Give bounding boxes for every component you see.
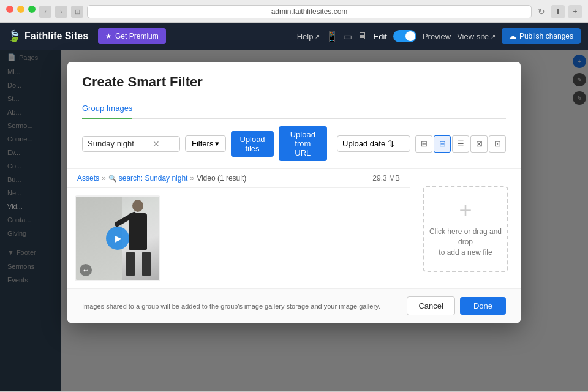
view-btn-list[interactable]: ⊞ — [415, 135, 432, 153]
file-browser: Assets » 🔍 search: Sunday night » Video … — [67, 169, 410, 288]
preview-button[interactable]: Preview — [423, 32, 451, 41]
view-site-button[interactable]: View site ↗ — [457, 32, 496, 41]
tablet-icon[interactable]: ▭ — [343, 31, 352, 42]
upload-url-button[interactable]: Upload from URL — [279, 126, 327, 161]
back-button[interactable]: ‹ — [39, 6, 51, 18]
edit-toggle[interactable] — [393, 30, 417, 42]
tab-button[interactable]: ⊡ — [71, 6, 83, 18]
upload-panel: + Click here or drag and dropto add a ne… — [410, 169, 521, 288]
external-link-icon: ↗ — [491, 33, 496, 40]
toggle-knob — [405, 31, 415, 41]
view-btn-grid[interactable]: ⊟ — [434, 135, 451, 153]
modal-title: Create Smart Filter — [82, 74, 506, 90]
traffic-light-yellow[interactable] — [17, 6, 24, 13]
edit-label: Edit — [373, 32, 386, 41]
view-btn-rows[interactable]: ☰ — [452, 135, 469, 153]
cancel-button[interactable]: Cancel — [407, 296, 454, 315]
files-grid: ▶ ↩ — [67, 188, 410, 288]
plus-icon: + — [459, 200, 472, 222]
upload-drop-text: Click here or drag and dropto add a new … — [424, 227, 507, 257]
sort-chevron-icon: ⇅ — [388, 139, 394, 148]
new-tab-button[interactable]: + — [568, 5, 582, 18]
tab-group-images[interactable]: Group Images — [82, 99, 132, 119]
reload-button[interactable]: ↻ — [535, 7, 548, 17]
modal-overlay: Create Smart Filter Group Images ✕ Filte… — [0, 50, 588, 391]
desktop-icon[interactable]: 🖥 — [357, 31, 367, 42]
play-button-overlay[interactable]: ▶ — [106, 227, 129, 250]
modal-footer: Images shared to a group will be added t… — [67, 288, 521, 323]
breadcrumb-search[interactable]: search: Sunday night — [119, 174, 188, 183]
search-box: ✕ — [82, 136, 180, 152]
modal-toolbar: ✕ Filters ▾ Upload files Upload from URL… — [67, 119, 521, 169]
address-bar[interactable]: admin.faithlifesites.com — [87, 5, 532, 18]
filters-button[interactable]: Filters ▾ — [185, 135, 226, 152]
traffic-light-red[interactable] — [6, 6, 13, 13]
share-button[interactable]: ⬆ — [551, 5, 565, 18]
file-size: 29.3 MB — [372, 174, 400, 183]
done-button[interactable]: Done — [460, 297, 506, 315]
smart-filter-modal: Create Smart Filter Group Images ✕ Filte… — [67, 62, 521, 323]
logo-leaf-icon: 🍃 — [7, 29, 21, 43]
play-icon: ▶ — [115, 233, 122, 243]
footer-note: Images shared to a group will be added t… — [82, 303, 407, 310]
external-link-icon: ↗ — [315, 33, 320, 40]
search-clear-icon[interactable]: ✕ — [153, 139, 160, 149]
upload-files-button[interactable]: Upload files — [231, 131, 273, 157]
get-premium-button[interactable]: ★ Get Premium — [98, 28, 166, 44]
search-input[interactable] — [88, 139, 149, 148]
view-buttons: ⊞ ⊟ ☰ ⊠ ⊡ — [415, 135, 506, 153]
modal-header: Create Smart Filter Group Images — [67, 62, 521, 119]
breadcrumb: Assets » 🔍 search: Sunday night » Video … — [67, 169, 410, 188]
sort-dropdown[interactable]: Upload date ⇅ — [337, 135, 410, 152]
publish-button[interactable]: ☁ Publish changes — [502, 28, 581, 44]
forward-button[interactable]: › — [55, 6, 67, 18]
mobile-icon[interactable]: 📱 — [326, 31, 338, 42]
back-arrow-icon[interactable]: ↩ — [80, 264, 92, 276]
logo-text: Faithlife Sites — [24, 31, 88, 42]
view-btn-compact[interactable]: ⊡ — [489, 135, 506, 153]
breadcrumb-type: Video (1 result) — [197, 174, 246, 183]
help-button[interactable]: Help ↗ — [297, 32, 320, 41]
modal-body: Assets » 🔍 search: Sunday night » Video … — [67, 169, 521, 288]
modal-tabs: Group Images — [82, 99, 506, 119]
upload-drop-zone[interactable]: + Click here or drag and dropto add a ne… — [423, 186, 508, 272]
cloud-icon: ☁ — [509, 32, 516, 40]
search-icon: 🔍 — [108, 175, 117, 183]
star-icon: ★ — [105, 32, 112, 40]
view-btn-split[interactable]: ⊠ — [470, 135, 488, 153]
file-thumbnail[interactable]: ▶ ↩ — [75, 195, 160, 281]
chevron-down-icon: ▾ — [215, 139, 219, 148]
breadcrumb-assets[interactable]: Assets — [77, 174, 99, 183]
traffic-light-green[interactable] — [28, 6, 36, 13]
logo: 🍃 Faithlife Sites — [7, 29, 88, 43]
